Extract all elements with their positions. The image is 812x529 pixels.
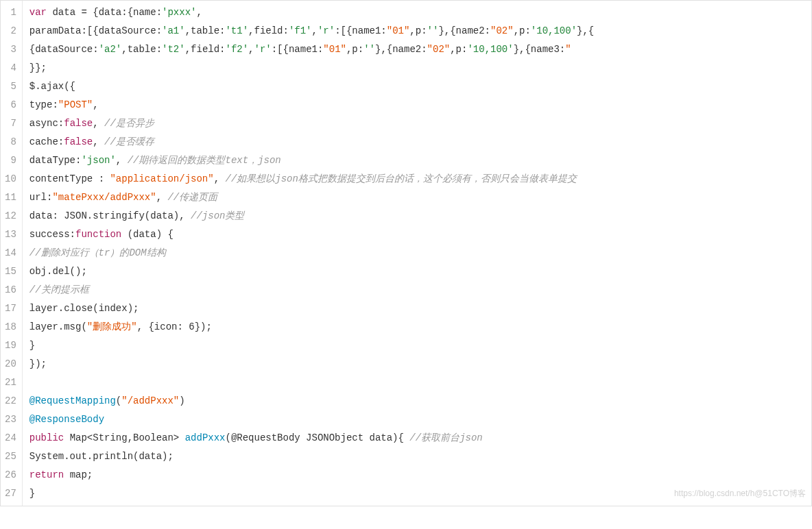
code-token: "01"	[323, 44, 346, 55]
code-token: ,	[116, 155, 128, 166]
line-number: 22	[5, 392, 16, 410]
code-block: 1234567891011121314151617181920212223242…	[0, 0, 812, 506]
code-token: }};	[29, 62, 47, 73]
code-token: },{name2:	[375, 44, 427, 55]
code-line: paramData:[{dataSource:'a1',table:'t1',f…	[29, 22, 811, 40]
code-token: ,	[312, 25, 318, 36]
code-line: dataType:'json', //期待返回的数据类型text，json	[29, 151, 811, 170]
code-line: $.ajax({	[29, 77, 811, 96]
code-token: {dataSource:	[29, 44, 99, 55]
line-number: 7	[5, 114, 16, 133]
code-token: type:	[29, 99, 58, 110]
code-token: ,field:	[248, 25, 289, 36]
line-number: 9	[5, 151, 16, 170]
code-token: System.out.println(data);	[29, 451, 174, 462]
line-number: 6	[5, 96, 16, 114]
code-line: async:false, //是否异步	[29, 114, 811, 133]
code-token: "删除成功"	[87, 321, 137, 332]
code-line: layer.close(index);	[29, 299, 811, 318]
code-token: @ResponseBody	[29, 414, 104, 425]
code-line: cache:false, //是否缓存	[29, 133, 811, 151]
line-number: 4	[5, 59, 16, 77]
line-number: 12	[5, 207, 16, 225]
code-token: $.ajax({	[29, 81, 75, 92]
code-token: ''	[427, 25, 439, 36]
code-token: return	[29, 469, 64, 480]
code-line	[29, 373, 811, 392]
code-token: 'f2'	[225, 44, 248, 55]
code-token: cache:	[29, 136, 64, 147]
code-line: @RequestMapping("/addPxxx")	[29, 392, 811, 410]
code-token: (data) {	[121, 229, 174, 240]
code-token: Map<String,Boolean>	[64, 432, 184, 443]
code-token: ,table:	[121, 44, 162, 55]
code-token: obj.del();	[29, 266, 87, 277]
code-token: paramData:[{dataSource:	[29, 25, 162, 36]
code-line: @ResponseBody	[29, 410, 811, 429]
code-line: obj.del();	[29, 262, 811, 281]
code-token: //关闭提示框	[29, 284, 89, 295]
code-line: return map;	[29, 466, 811, 484]
code-token: //获取前台json	[409, 432, 482, 443]
line-number: 19	[5, 336, 16, 355]
code-line: success:function (data) {	[29, 225, 811, 244]
line-number: 16	[5, 281, 16, 299]
code-token: "01"	[387, 25, 410, 36]
code-token: "application/json"	[110, 173, 213, 184]
code-token: ,	[93, 136, 104, 147]
code-token: function	[75, 229, 121, 240]
code-line: data: JSON.stringify(data), //json类型	[29, 207, 811, 225]
code-line: System.out.println(data);	[29, 447, 811, 466]
line-number: 5	[5, 77, 16, 96]
code-token: "matePxxx/addPxxx"	[52, 192, 156, 203]
code-token: ,p:	[450, 44, 467, 55]
code-token: dataType:	[29, 155, 82, 166]
code-token: layer.msg(	[29, 321, 87, 332]
code-token: //期待返回的数据类型text，json	[128, 155, 281, 166]
line-number: 23	[5, 410, 16, 429]
code-token: ,	[156, 192, 168, 203]
code-token: //是否异步	[104, 118, 154, 129]
code-line: type:"POST",	[29, 96, 811, 114]
code-token: ,	[196, 7, 202, 18]
line-number: 20	[5, 355, 16, 373]
code-token: ,table:	[185, 25, 226, 36]
code-token: (@RequestBody JSONObject data){	[225, 432, 409, 443]
line-number: 15	[5, 262, 16, 281]
code-line: }};	[29, 59, 811, 77]
code-token: ,	[248, 44, 254, 55]
line-number: 26	[5, 466, 16, 484]
code-token: async:	[29, 118, 64, 129]
code-line: public Map<String,Boolean> addPxxx(@Requ…	[29, 429, 811, 447]
code-token: , {icon: 6});	[137, 321, 212, 332]
code-token: "	[565, 44, 571, 55]
code-line: });	[29, 355, 811, 373]
code-content: var data = {data:{name:'pxxx', paramData…	[23, 1, 811, 506]
line-number: 1	[5, 3, 16, 22]
code-token: (	[116, 395, 121, 406]
code-token: layer.close(index);	[29, 303, 139, 314]
code-token: }	[29, 340, 35, 351]
code-token: false	[64, 118, 93, 129]
code-token: //传递页面	[167, 192, 217, 203]
code-token: 'a2'	[99, 44, 122, 55]
code-token: contentType :	[29, 173, 110, 184]
code-token: ''	[363, 44, 375, 55]
code-token: 'json'	[81, 155, 115, 166]
line-number: 11	[5, 188, 16, 207]
code-line: }	[29, 484, 811, 503]
code-token: 'a1'	[162, 25, 185, 36]
line-number: 17	[5, 299, 16, 318]
code-token: //删除对应行（tr）的DOM结构	[29, 247, 166, 258]
code-token: data: JSON.stringify(data),	[29, 210, 191, 221]
code-token: data = {data:{name:	[47, 7, 162, 18]
code-token: },{	[577, 25, 594, 36]
code-token: map;	[64, 469, 93, 480]
code-token: //json类型	[191, 210, 244, 221]
code-token: :[{name1:	[335, 25, 387, 36]
line-number: 25	[5, 447, 16, 466]
code-token: }	[29, 488, 35, 499]
line-number: 10	[5, 170, 16, 188]
code-token: //如果想以json格式把数据提交到后台的话，这个必须有，否则只会当做表单提交	[225, 173, 576, 184]
line-number: 27	[5, 484, 16, 503]
